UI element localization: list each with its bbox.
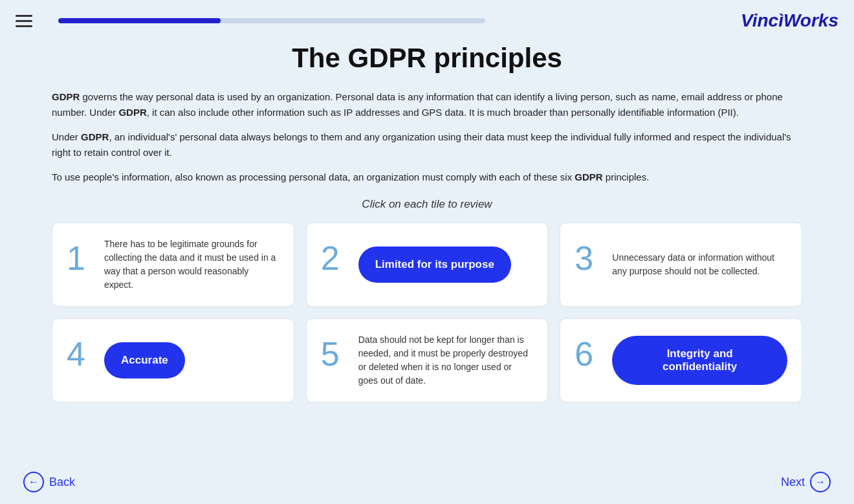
hamburger-menu[interactable] <box>16 15 32 27</box>
tile-content-3: Unnecessary data or information without … <box>612 251 787 278</box>
tile-6[interactable]: 6Integrity and confidentiality <box>560 318 802 402</box>
tiles-grid: 1There has to be legitimate grounds for … <box>52 223 802 402</box>
header: VincìWorks <box>0 0 854 36</box>
tile-number-3: 3 <box>575 237 602 275</box>
tile-2[interactable]: 2Limited for its purpose <box>306 223 549 307</box>
tile-pill-6[interactable]: Integrity and confidentiality <box>612 336 787 385</box>
tile-number-6: 6 <box>575 333 602 371</box>
nav-footer: ← Back Next → <box>0 460 854 504</box>
progress-bar-container <box>58 18 715 23</box>
tile-text-3: Unnecessary data or information without … <box>612 251 787 278</box>
tile-number-5: 5 <box>321 333 348 371</box>
tile-1[interactable]: 1There has to be legitimate grounds for … <box>52 223 294 307</box>
logo: VincìWorks <box>741 10 838 31</box>
intro-paragraph-3: To use people's information, also known … <box>52 170 802 185</box>
progress-bar-fill <box>58 18 221 23</box>
progress-bar-bg <box>58 18 485 23</box>
tile-content-2: Limited for its purpose <box>358 247 534 283</box>
tile-pill-4[interactable]: Accurate <box>104 342 185 378</box>
back-icon: ← <box>23 472 44 492</box>
page-title: The GDPR principles <box>52 43 802 74</box>
back-label: Back <box>49 476 75 489</box>
gdpr-bold-3: GDPR <box>81 131 109 142</box>
tile-4[interactable]: 4Accurate <box>52 318 294 402</box>
next-button[interactable]: Next → <box>781 472 831 492</box>
main-content: The GDPR principles GDPR governs the way… <box>0 36 854 466</box>
gdpr-bold-1: GDPR <box>52 91 80 102</box>
tile-number-1: 1 <box>67 237 94 275</box>
tile-content-4: Accurate <box>104 342 279 378</box>
tile-text-1: There has to be legitimate grounds for c… <box>104 237 279 292</box>
gdpr-bold-2: GDPR <box>118 107 146 118</box>
next-icon: → <box>810 472 831 492</box>
tile-content-1: There has to be legitimate grounds for c… <box>104 237 279 292</box>
tile-3[interactable]: 3Unnecessary data or information without… <box>560 223 802 307</box>
tile-content-6: Integrity and confidentiality <box>612 336 787 385</box>
tile-pill-2[interactable]: Limited for its purpose <box>358 247 511 283</box>
tile-content-5: Data should not be kept for longer than … <box>358 333 534 388</box>
next-label: Next <box>781 476 805 489</box>
intro-paragraph-2: Under GDPR, an individual's' personal da… <box>52 129 802 160</box>
back-button[interactable]: ← Back <box>23 472 75 492</box>
tile-number-2: 2 <box>321 237 348 275</box>
gdpr-bold-4: GDPR <box>575 171 602 182</box>
intro-paragraph-1: GDPR governs the way personal data is us… <box>52 89 802 120</box>
tile-text-5: Data should not be kept for longer than … <box>358 333 534 388</box>
tile-5[interactable]: 5Data should not be kept for longer than… <box>306 318 549 402</box>
tile-number-4: 4 <box>67 333 94 371</box>
click-instruction: Click on each tile to review <box>52 198 802 211</box>
